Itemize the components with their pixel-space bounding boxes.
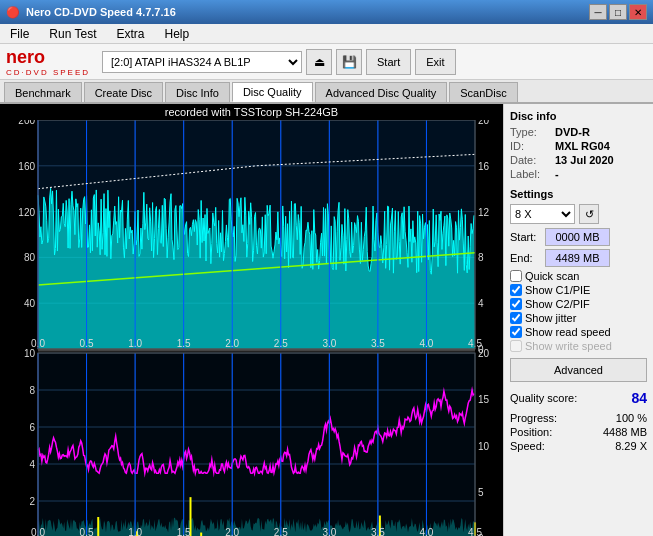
- save-button[interactable]: 💾: [336, 49, 362, 75]
- show-jitter-label: Show jitter: [525, 312, 576, 324]
- show-jitter-checkbox[interactable]: [510, 312, 522, 324]
- show-c1pie-row: Show C1/PIE: [510, 284, 647, 296]
- app-icon: 🔴: [6, 6, 20, 19]
- drive-select[interactable]: [2:0] ATAPI iHAS324 A BL1P: [102, 51, 302, 73]
- chart-title: recorded with TSSTcorp SH-224GB: [0, 104, 503, 120]
- position-row: Position: 4488 MB: [510, 426, 647, 438]
- position-value: 4488 MB: [603, 426, 647, 438]
- speed-value: 8.29 X: [615, 440, 647, 452]
- speed-row: 8 X Max 1 X 2 X 4 X 16 X ↺: [510, 204, 647, 224]
- position-label: Position:: [510, 426, 552, 438]
- logo-text: nero: [6, 47, 90, 68]
- disc-id-value: MXL RG04: [555, 140, 610, 152]
- progress-label: Progress:: [510, 412, 557, 424]
- title-bar-left: 🔴 Nero CD-DVD Speed 4.7.7.16: [6, 6, 176, 19]
- disc-id-label: ID:: [510, 140, 555, 152]
- disc-label-row: Label: -: [510, 168, 647, 180]
- menu-file[interactable]: File: [4, 26, 35, 42]
- end-mb-label: End:: [510, 252, 545, 264]
- show-c2pif-label: Show C2/PIF: [525, 298, 590, 310]
- title-bar: 🔴 Nero CD-DVD Speed 4.7.7.16 ─ □ ✕: [0, 0, 653, 24]
- menu-extra[interactable]: Extra: [110, 26, 150, 42]
- tab-advanced-disc-quality[interactable]: Advanced Disc Quality: [315, 82, 448, 102]
- quick-scan-row: Quick scan: [510, 270, 647, 282]
- start-mb-input[interactable]: [545, 228, 610, 246]
- start-mb-row: Start:: [510, 228, 647, 246]
- show-c1pie-label: Show C1/PIE: [525, 284, 590, 296]
- disc-date-row: Date: 13 Jul 2020: [510, 154, 647, 166]
- maximize-button[interactable]: □: [609, 4, 627, 20]
- menu-run-test[interactable]: Run Test: [43, 26, 102, 42]
- exit-button[interactable]: Exit: [415, 49, 455, 75]
- progress-section: Progress: 100 % Position: 4488 MB Speed:…: [510, 412, 647, 452]
- logo: nero CD·DVD SPEED: [6, 47, 90, 77]
- refresh-button[interactable]: ↺: [579, 204, 599, 224]
- close-button[interactable]: ✕: [629, 4, 647, 20]
- quality-score-row: Quality score: 84: [510, 390, 647, 406]
- show-jitter-row: Show jitter: [510, 312, 647, 324]
- logo-sub: CD·DVD SPEED: [6, 68, 90, 77]
- speed-row-progress: Speed: 8.29 X: [510, 440, 647, 452]
- speed-label: Speed:: [510, 440, 545, 452]
- speed-select[interactable]: 8 X Max 1 X 2 X 4 X 16 X: [510, 204, 575, 224]
- progress-value: 100 %: [616, 412, 647, 424]
- disc-label-value: -: [555, 168, 559, 180]
- show-write-speed-checkbox[interactable]: [510, 340, 522, 352]
- quick-scan-label: Quick scan: [525, 270, 579, 282]
- start-button[interactable]: Start: [366, 49, 411, 75]
- eject-button[interactable]: ⏏: [306, 49, 332, 75]
- quality-score-value: 84: [631, 390, 647, 406]
- disc-date-value: 13 Jul 2020: [555, 154, 614, 166]
- chart-area: recorded with TSSTcorp SH-224GB: [0, 104, 503, 536]
- quick-scan-checkbox[interactable]: [510, 270, 522, 282]
- show-read-speed-checkbox[interactable]: [510, 326, 522, 338]
- right-panel: Disc info Type: DVD-R ID: MXL RG04 Date:…: [503, 104, 653, 536]
- disc-type-value: DVD-R: [555, 126, 590, 138]
- tab-disc-info[interactable]: Disc Info: [165, 82, 230, 102]
- show-write-speed-label: Show write speed: [525, 340, 612, 352]
- title-bar-controls: ─ □ ✕: [589, 4, 647, 20]
- tab-bar: Benchmark Create Disc Disc Info Disc Qua…: [0, 80, 653, 104]
- disc-type-row: Type: DVD-R: [510, 126, 647, 138]
- tab-scan-disc[interactable]: ScanDisc: [449, 82, 517, 102]
- minimize-button[interactable]: ─: [589, 4, 607, 20]
- progress-row: Progress: 100 %: [510, 412, 647, 424]
- start-mb-label: Start:: [510, 231, 545, 243]
- show-read-speed-row: Show read speed: [510, 326, 647, 338]
- disc-type-label: Type:: [510, 126, 555, 138]
- tab-create-disc[interactable]: Create Disc: [84, 82, 163, 102]
- disc-label-label: Label:: [510, 168, 555, 180]
- end-mb-row: End:: [510, 249, 647, 267]
- show-read-speed-label: Show read speed: [525, 326, 611, 338]
- show-c1pie-checkbox[interactable]: [510, 284, 522, 296]
- tab-disc-quality[interactable]: Disc Quality: [232, 82, 313, 102]
- advanced-button[interactable]: Advanced: [510, 358, 647, 382]
- toolbar: nero CD·DVD SPEED [2:0] ATAPI iHAS324 A …: [0, 44, 653, 80]
- quality-score-label: Quality score:: [510, 392, 577, 404]
- settings-section: Settings 8 X Max 1 X 2 X 4 X 16 X ↺ Star…: [510, 188, 647, 382]
- tab-benchmark[interactable]: Benchmark: [4, 82, 82, 102]
- end-mb-input[interactable]: [545, 249, 610, 267]
- app-title: Nero CD-DVD Speed 4.7.7.16: [26, 6, 176, 18]
- menu-bar: File Run Test Extra Help: [0, 24, 653, 44]
- main-content: recorded with TSSTcorp SH-224GB Disc inf…: [0, 104, 653, 536]
- disc-id-row: ID: MXL RG04: [510, 140, 647, 152]
- settings-title: Settings: [510, 188, 647, 200]
- menu-help[interactable]: Help: [159, 26, 196, 42]
- disc-info-title: Disc info: [510, 110, 647, 122]
- show-c2pif-checkbox[interactable]: [510, 298, 522, 310]
- show-write-speed-row: Show write speed: [510, 340, 647, 352]
- disc-date-label: Date:: [510, 154, 555, 166]
- show-c2pif-row: Show C2/PIF: [510, 298, 647, 310]
- main-chart: [0, 120, 503, 536]
